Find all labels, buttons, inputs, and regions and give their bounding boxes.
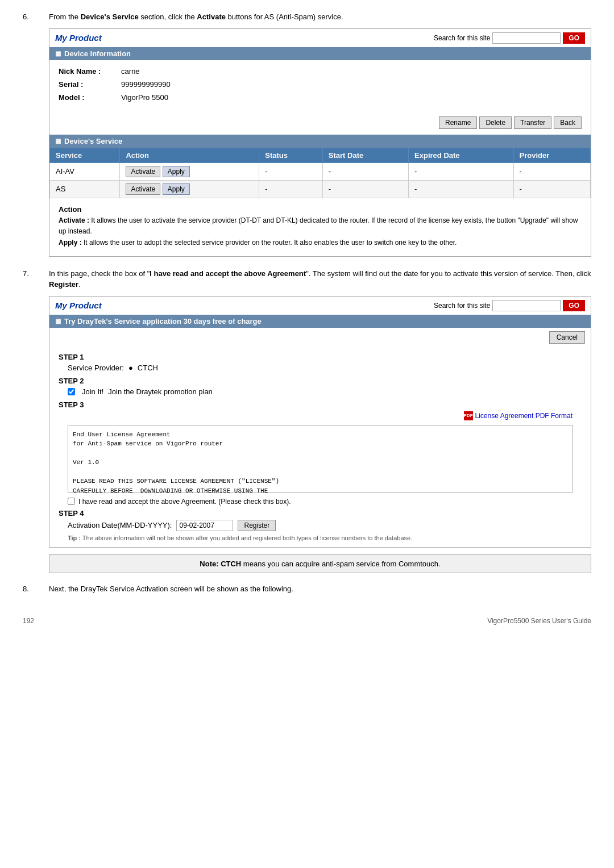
aiav-start-date: - xyxy=(322,162,408,180)
cancel-button[interactable]: Cancel xyxy=(549,331,585,344)
rename-button[interactable]: Rename xyxy=(439,116,477,129)
nick-name-row: Nick Name : carrie xyxy=(59,67,582,76)
license-text-box[interactable]: End User License Agreement for Anti-Spam… xyxy=(68,425,572,493)
search-input-step6[interactable] xyxy=(492,32,561,44)
serial-value: 999999999990 xyxy=(121,80,171,89)
search-label-step7: Search for this site xyxy=(434,302,490,310)
as-activate-button[interactable]: Activate xyxy=(126,183,160,195)
step1-row: Service Provider: ● CTCH xyxy=(59,364,582,372)
go-button-step7[interactable]: GO xyxy=(563,300,585,311)
aiav-action: Activate Apply xyxy=(120,162,259,180)
as-expired-date: - xyxy=(409,180,513,198)
try-draytek-header: ▦ Try DrayTek's Service application 30 d… xyxy=(49,315,591,328)
step2-label: STEP 2 xyxy=(59,377,582,385)
action-legend-title: Action xyxy=(59,204,582,216)
join-checkbox[interactable] xyxy=(68,388,75,395)
back-button[interactable]: Back xyxy=(554,116,582,129)
join-checkbox-label: Join It! xyxy=(82,387,103,396)
tip-content: The above information will not be shown … xyxy=(81,535,412,541)
go-button-step6[interactable]: GO xyxy=(563,32,585,44)
step6: 6. From the Device's Service section, cl… xyxy=(23,11,591,258)
step6-text: From the Device's Service section, click… xyxy=(49,11,591,23)
step7-bold2: Register xyxy=(49,280,78,289)
table-row: AI-AV Activate Apply - - - - xyxy=(50,162,591,180)
delete-button[interactable]: Delete xyxy=(479,116,512,129)
model-label: Model : xyxy=(59,93,110,102)
model-row: Model : VigorPro 5500 xyxy=(59,93,582,102)
step6-number: 6. xyxy=(23,11,40,258)
step4-label: STEP 4 xyxy=(59,509,582,518)
aiav-provider: - xyxy=(513,162,590,180)
service-table-head: Service Action Status Start Date Expired… xyxy=(50,148,591,162)
pdf-link[interactable]: PDF License Agreement PDF Format xyxy=(59,411,572,420)
aiav-apply-button[interactable]: Apply xyxy=(163,166,190,177)
step8-content: Next, the DrayTek Service Activation scr… xyxy=(49,583,591,595)
device-action-buttons: Rename Delete Transfer Back xyxy=(49,113,591,135)
tip-bold: Tip : xyxy=(68,535,81,541)
service-provider-value: CTCH xyxy=(138,364,158,372)
activate-desc-text: It allows the user to activate the servi… xyxy=(59,216,578,235)
step6-bold2: Activate xyxy=(197,12,226,21)
search-input-step7[interactable] xyxy=(492,300,561,311)
step8-number: 8. xyxy=(23,583,40,595)
apply-desc-text: It allows the user to adopt the selected… xyxy=(82,239,457,247)
nick-name-value: carrie xyxy=(121,67,140,76)
device-service-header: ▦ Device's Service xyxy=(49,135,591,148)
step7: 7. In this page, check the box of "I hav… xyxy=(23,268,591,573)
step7-number: 7. xyxy=(23,268,40,573)
col-action: Action xyxy=(120,148,259,162)
search-area-step7: Search for this site GO xyxy=(434,300,585,311)
my-product-title-step6: My Product xyxy=(55,33,102,43)
tip-text: Tip : The above information will not be … xyxy=(59,535,582,541)
step8: 8. Next, the DrayTek Service Activation … xyxy=(23,583,591,595)
as-service: AS xyxy=(50,180,120,198)
my-product-panel-step7: My Product Search for this site GO ▦ Try… xyxy=(49,296,591,548)
try-draytek-label: Try DrayTek's Service application 30 day… xyxy=(64,317,262,326)
step7-text2: ". The system will find out the date for… xyxy=(306,269,591,278)
step6-text-before: From the xyxy=(49,12,81,21)
as-start-date: - xyxy=(322,180,408,198)
footer-page-number: 192 xyxy=(23,617,34,625)
aiav-status: - xyxy=(259,162,323,180)
grid-icon: ▦ xyxy=(55,50,61,57)
my-product-panel-step6: My Product Search for this site GO ▦ Dev… xyxy=(49,28,591,257)
pdf-icon: PDF xyxy=(464,411,473,420)
apply-desc: Apply : It allows the user to adopt the … xyxy=(59,237,582,248)
aiav-activate-button[interactable]: Activate xyxy=(126,166,160,177)
aiav-expired-date: - xyxy=(409,162,513,180)
activation-date-input[interactable] xyxy=(176,520,233,531)
draytek-body: STEP 1 Service Provider: ● CTCH STEP 2 J… xyxy=(49,347,591,547)
col-service: Service xyxy=(50,148,120,162)
serial-row: Serial : 999999999990 xyxy=(59,80,582,89)
serial-label: Serial : xyxy=(59,80,110,89)
as-apply-button[interactable]: Apply xyxy=(163,183,190,195)
step7-text1: In this page, check the box of " xyxy=(49,269,150,278)
step3-label: STEP 3 xyxy=(59,400,582,409)
step4-row: Activation Date(MM-DD-YYYY): Register xyxy=(59,520,582,531)
note-box: Note: CTCH means you can acquire anti-sp… xyxy=(49,554,591,573)
as-status: - xyxy=(259,180,323,198)
transfer-button[interactable]: Transfer xyxy=(514,116,551,129)
device-info-label: Device Information xyxy=(64,49,131,58)
step6-content: From the Device's Service section, click… xyxy=(49,11,591,258)
col-provider: Provider xyxy=(513,148,590,162)
register-button[interactable]: Register xyxy=(238,520,276,531)
step7-text3: . xyxy=(78,280,81,289)
grid-icon3: ▦ xyxy=(55,318,61,325)
join-promotion-label: Join the Draytek promotion plan xyxy=(108,387,213,396)
agree-checkbox[interactable] xyxy=(68,498,75,505)
page-footer: 192 VigorPro5500 Series User's Guide xyxy=(23,617,591,625)
step7-bold1: I have read and accept the above Agreeme… xyxy=(150,269,306,278)
grid-icon2: ▦ xyxy=(55,137,61,145)
service-provider-label: Service Provider: xyxy=(68,364,124,372)
search-label-step6: Search for this site xyxy=(434,34,490,42)
step7-text: In this page, check the box of "I have r… xyxy=(49,268,591,290)
table-row: AS Activate Apply - - - - xyxy=(50,180,591,198)
col-start-date: Start Date xyxy=(322,148,408,162)
service-table-header-row: Service Action Status Start Date Expired… xyxy=(50,148,591,162)
col-expired-date: Expired Date xyxy=(409,148,513,162)
service-body: Service Action Status Start Date Expired… xyxy=(49,148,591,198)
my-product-header-step6: My Product Search for this site GO xyxy=(49,29,591,47)
note-bold: Note: CTCH xyxy=(200,560,241,568)
search-area-step6: Search for this site GO xyxy=(434,32,585,44)
